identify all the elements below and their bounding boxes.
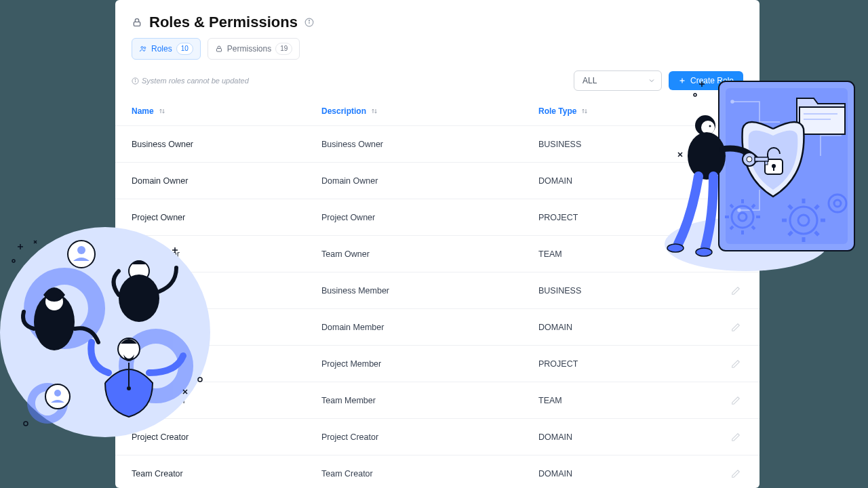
- svg-point-68: [834, 200, 841, 207]
- cell-name: Project Owner: [132, 213, 321, 222]
- svg-point-58: [798, 215, 809, 226]
- svg-line-66: [815, 205, 818, 209]
- cell-name: Project Creator: [132, 432, 321, 442]
- cell-name: Team Owner: [132, 249, 321, 259]
- edit-button[interactable]: [731, 323, 741, 332]
- lock-icon: [215, 45, 223, 53]
- chevron-down-icon: [648, 77, 656, 85]
- table-row: Business MemberBusiness MemberBUSINESS: [115, 272, 760, 309]
- svg-point-45: [772, 164, 776, 168]
- col-actions: [731, 106, 741, 116]
- role-type-filter[interactable]: ALL: [574, 70, 662, 91]
- cell-description: Domain Member: [321, 323, 538, 332]
- col-name[interactable]: Name: [132, 106, 321, 116]
- svg-point-18: [34, 293, 75, 350]
- system-note: System roles cannot be updated: [132, 77, 249, 85]
- cell-name: Business Member: [132, 286, 321, 296]
- table-header: Name Description Role Type: [115, 96, 760, 126]
- cell-role-type: BUSINESS: [538, 286, 701, 296]
- cell-role-type: BUSINESS: [538, 140, 701, 149]
- lock-icon: [132, 17, 142, 28]
- cell-role-type: DOMAIN: [538, 469, 701, 479]
- tab-label: Roles: [151, 44, 172, 54]
- tabs: Roles 10 Permissions 19: [115, 38, 760, 60]
- toolbar: System roles cannot be updated ALL Creat…: [115, 60, 760, 96]
- edit-button[interactable]: [731, 469, 741, 479]
- cell-name: Domain Owner: [132, 176, 321, 186]
- table-row: Team MemberTeam MemberTEAM: [115, 382, 760, 419]
- cell-name: Business Owner: [132, 140, 321, 149]
- svg-point-57: [790, 207, 817, 234]
- col-description[interactable]: Description: [321, 106, 538, 116]
- edit-button[interactable]: [731, 286, 741, 296]
- edit-button[interactable]: [731, 432, 741, 442]
- sort-icon: [370, 107, 378, 115]
- cell-description: Business Owner: [321, 140, 538, 149]
- cell-description: Business Member: [321, 286, 538, 296]
- cell-description: Domain Owner: [321, 176, 538, 186]
- edit-button[interactable]: [731, 396, 741, 405]
- cell-description: Team Creator: [321, 469, 538, 479]
- main-panel: Roles & Permissions Roles 10 Permissions…: [115, 0, 760, 488]
- cell-description: Team Owner: [321, 249, 538, 259]
- info-icon[interactable]: [304, 18, 314, 27]
- svg-rect-44: [765, 159, 783, 174]
- svg-rect-76: [765, 161, 768, 165]
- table-row: Business OwnerBusiness OwnerBUSINESS: [115, 126, 760, 163]
- table-row: Team CreatorTeam CreatorDOMAIN: [115, 455, 760, 488]
- cell-role-type: PROJECT: [538, 359, 701, 369]
- svg-point-15: [77, 246, 85, 254]
- svg-line-65: [789, 232, 792, 235]
- plus-icon: [678, 77, 686, 85]
- page-header: Roles & Permissions: [115, 0, 760, 38]
- create-role-button[interactable]: Create Role: [669, 71, 743, 90]
- svg-point-14: [68, 241, 95, 268]
- cell-description: Project Owner: [321, 213, 538, 222]
- table-row: Project OwnerProject OwnerPROJECT: [115, 199, 760, 236]
- svg-point-16: [45, 384, 70, 409]
- table-row: Domain OwnerDomain OwnerDOMAIN: [115, 163, 760, 199]
- table-row: Team OwnerTeam OwnerTEAM: [115, 236, 760, 272]
- svg-point-3: [309, 20, 309, 21]
- cell-role-type: TEAM: [538, 249, 701, 259]
- cell-name: Team Creator: [132, 469, 321, 479]
- svg-point-17: [54, 390, 61, 396]
- table-row: Domain MemberDomain MemberDOMAIN: [115, 309, 760, 346]
- svg-point-4: [141, 47, 143, 49]
- tab-permissions[interactable]: Permissions 19: [208, 38, 300, 60]
- tab-count: 10: [176, 43, 193, 55]
- cell-description: Team Member: [321, 396, 538, 405]
- edit-button[interactable]: [731, 359, 741, 369]
- svg-point-12: [734, 110, 737, 113]
- svg-point-29: [24, 422, 28, 426]
- cell-role-type: DOMAIN: [538, 176, 701, 186]
- svg-point-67: [829, 195, 846, 212]
- tab-count: 19: [275, 43, 292, 55]
- svg-line-27: [34, 241, 37, 243]
- svg-point-5: [144, 47, 146, 49]
- cell-role-type: PROJECT: [538, 213, 701, 222]
- svg-point-39: [840, 107, 842, 110]
- gear-icon: [731, 106, 741, 116]
- cell-role-type: TEAM: [538, 396, 701, 405]
- svg-point-28: [12, 260, 15, 262]
- tab-label: Permissions: [227, 44, 271, 54]
- tab-roles[interactable]: Roles 10: [132, 38, 201, 60]
- cell-name: Domain Member: [132, 323, 321, 332]
- page-title: Roles & Permissions: [149, 14, 298, 31]
- cell-description: Project Creator: [321, 432, 538, 442]
- cell-name: Project Member: [132, 359, 321, 369]
- svg-line-64: [815, 232, 818, 235]
- col-role-type[interactable]: Role Type: [538, 106, 701, 116]
- svg-rect-41: [800, 107, 845, 134]
- cell-name: Team Member: [132, 396, 321, 405]
- svg-line-63: [789, 205, 792, 209]
- cell-description: Project Member: [321, 359, 538, 369]
- table-row: Project MemberProject MemberPROJECT: [115, 346, 760, 382]
- svg-rect-0: [134, 22, 140, 26]
- table-row: Project CreatorProject CreatorDOMAIN: [115, 419, 760, 455]
- svg-line-26: [34, 241, 37, 243]
- roles-table: Name Description Role Type Business Owne…: [115, 96, 760, 488]
- sort-icon: [580, 107, 589, 115]
- sort-icon: [158, 107, 166, 115]
